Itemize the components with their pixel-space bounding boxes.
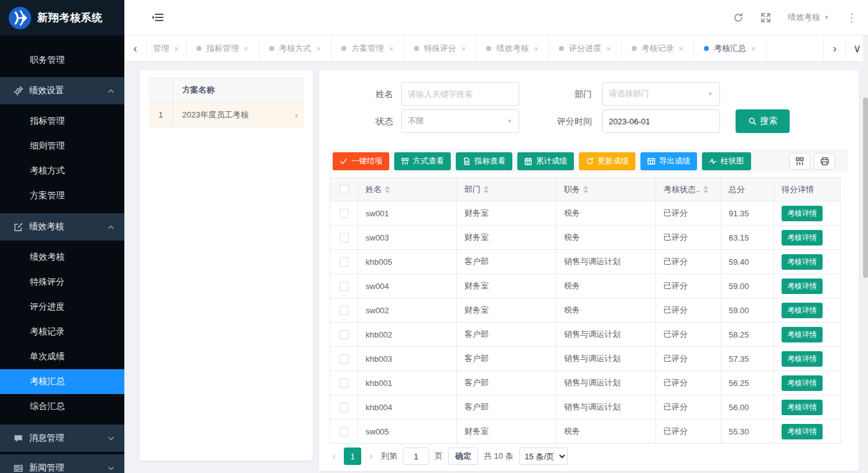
tab-score-progress[interactable]: 评分进度× — [549, 35, 622, 62]
tab-perf-assessment[interactable]: 绩效考核× — [476, 35, 549, 62]
plan-row-selected[interactable]: 1 2023年度员工考核 › — [149, 103, 304, 127]
close-icon[interactable]: × — [533, 44, 538, 53]
name-search-input[interactable] — [408, 90, 512, 99]
sidebar-item-plans[interactable]: 方案管理 — [0, 183, 124, 208]
sidebar-section-news[interactable]: 新闻管理 — [0, 454, 124, 473]
close-icon[interactable]: × — [316, 44, 321, 53]
sidebar-item-methods[interactable]: 考核方式 — [0, 158, 124, 183]
tab-summary-active[interactable]: 考核汇总× — [694, 35, 767, 62]
sidebar-item-summary[interactable]: 考核汇总 — [0, 369, 124, 394]
col-header-name[interactable]: 姓名 — [366, 184, 382, 195]
tab-methods[interactable]: 考核方式× — [259, 35, 332, 62]
sidebar-item-special-score[interactable]: 特殊评分 — [0, 270, 124, 295]
row-checkbox[interactable] — [339, 306, 349, 315]
sort-icon[interactable] — [484, 186, 489, 193]
col-header-status[interactable]: 考核状态.. — [663, 184, 700, 195]
sidebar-item-score-progress[interactable]: 评分进度 — [0, 295, 124, 319]
row-checkbox[interactable] — [339, 379, 349, 388]
sidebar-item-rules[interactable]: 细则管理 — [0, 134, 124, 158]
goto-confirm-button[interactable]: 确定 — [448, 448, 478, 465]
tab-records[interactable]: 考核记录× — [622, 35, 695, 62]
detail-button[interactable]: 考核详情 — [782, 278, 823, 294]
scrollbar-track[interactable] — [863, 35, 868, 473]
fullscreen-icon[interactable] — [760, 12, 771, 23]
current-page-button[interactable]: 1 — [344, 448, 361, 465]
close-icon[interactable]: × — [606, 44, 611, 53]
close-icon[interactable]: × — [461, 44, 466, 53]
workspace-dropdown[interactable]: 绩效考核 ▼ — [788, 12, 829, 23]
row-checkbox[interactable] — [339, 233, 349, 242]
sidebar-item-clipped[interactable]: 部门管理 — [0, 35, 124, 40]
kebab-menu-icon[interactable]: ⋮ — [846, 12, 857, 23]
view-indicator-button[interactable]: 指标查看 — [456, 152, 512, 170]
cell-score: 56.00 — [721, 395, 773, 419]
sidebar-item-duty[interactable]: 职务管理 — [0, 48, 124, 73]
page-size-select[interactable]: 15 条/页 — [519, 448, 568, 465]
col-header-job[interactable]: 职务 — [564, 184, 580, 195]
row-checkbox[interactable] — [339, 354, 349, 364]
refresh-icon[interactable] — [733, 12, 744, 23]
row-checkbox[interactable] — [339, 427, 349, 436]
time-field[interactable] — [602, 109, 720, 133]
search-button[interactable]: 搜索 — [736, 109, 790, 133]
sidebar-section-perf-settings[interactable]: 绩效设置 — [0, 77, 124, 104]
bar-chart-button[interactable]: 柱状图 — [702, 152, 751, 170]
row-checkbox[interactable] — [339, 403, 349, 412]
next-page-icon[interactable]: › — [367, 451, 376, 462]
update-score-button[interactable]: 更新成绩 — [579, 152, 635, 170]
sidebar-item-single-score[interactable]: 单次成绩 — [0, 344, 124, 369]
prev-page-icon[interactable]: ‹ — [330, 451, 338, 462]
row-checkbox[interactable] — [339, 209, 349, 218]
close-icon[interactable]: × — [244, 44, 249, 53]
score-time-input[interactable] — [609, 117, 713, 126]
detail-button[interactable]: 考核详情 — [782, 375, 823, 391]
view-method-button[interactable]: 方式查看 — [394, 152, 451, 170]
collapse-sidebar-icon[interactable] — [151, 12, 164, 22]
detail-button[interactable]: 考核详情 — [782, 230, 823, 246]
sort-icon[interactable] — [703, 186, 708, 193]
tabs-scroll-right-icon[interactable]: › — [823, 35, 846, 62]
tabs-scroll-left-icon[interactable]: ‹ — [124, 35, 147, 62]
tab-indicators[interactable]: 指标管理× — [187, 35, 259, 62]
name-filter-field[interactable] — [401, 82, 519, 106]
close-icon[interactable]: × — [174, 44, 179, 53]
scrollbar-thumb[interactable] — [863, 98, 868, 278]
tab-clipped[interactable]: 管理 × — [147, 35, 187, 62]
sidebar-item-indicators[interactable]: 指标管理 — [0, 109, 124, 134]
detail-button[interactable]: 考核详情 — [782, 206, 823, 221]
status-select[interactable]: 不限 ▼ — [401, 109, 519, 133]
sidebar-item-records[interactable]: 考核记录 — [0, 319, 124, 344]
close-icon[interactable]: × — [751, 44, 756, 53]
print-button[interactable] — [814, 153, 835, 170]
detail-button[interactable]: 考核详情 — [782, 400, 823, 415]
finish-all-button[interactable]: 一键结项 — [333, 152, 389, 170]
sidebar-section-messages[interactable]: 消息管理 — [0, 425, 124, 452]
sidebar-section-perf-assessment[interactable]: 绩效考核 — [0, 213, 124, 241]
select-all-checkbox[interactable] — [339, 185, 349, 194]
detail-button[interactable]: 考核详情 — [782, 424, 823, 439]
dept-select[interactable]: 请选择部门 ▼ — [602, 82, 720, 106]
row-checkbox[interactable] — [339, 257, 349, 267]
tab-special-score[interactable]: 特殊评分× — [404, 35, 477, 62]
close-icon[interactable]: × — [679, 44, 684, 53]
row-checkbox[interactable] — [339, 282, 349, 291]
detail-button[interactable]: 考核详情 — [782, 351, 823, 367]
row-checkbox[interactable] — [339, 330, 349, 339]
detail-button[interactable]: 考核详情 — [782, 327, 823, 342]
sort-icon[interactable] — [385, 186, 390, 193]
sort-icon[interactable] — [583, 186, 588, 193]
sidebar-item-perf-assessment[interactable]: 绩效考核 — [0, 245, 124, 270]
cumulative-score-button[interactable]: 累计成绩 — [517, 152, 574, 170]
sidebar-item-overall-summary[interactable]: 综合汇总 — [0, 394, 124, 419]
goto-page-input[interactable] — [403, 448, 429, 465]
tab-plans[interactable]: 方案管理× — [331, 35, 404, 62]
column-config-button[interactable] — [789, 153, 810, 170]
cell-status: 已评分 — [655, 201, 721, 225]
export-score-button[interactable]: 导出成绩 — [640, 152, 697, 170]
sidebar-item-label: 方案管理 — [30, 190, 65, 201]
detail-button[interactable]: 考核详情 — [782, 303, 823, 318]
detail-button[interactable]: 考核详情 — [782, 254, 823, 270]
close-icon[interactable]: × — [389, 44, 394, 53]
chat-icon — [14, 434, 23, 443]
col-header-dept[interactable]: 部门 — [464, 184, 481, 195]
